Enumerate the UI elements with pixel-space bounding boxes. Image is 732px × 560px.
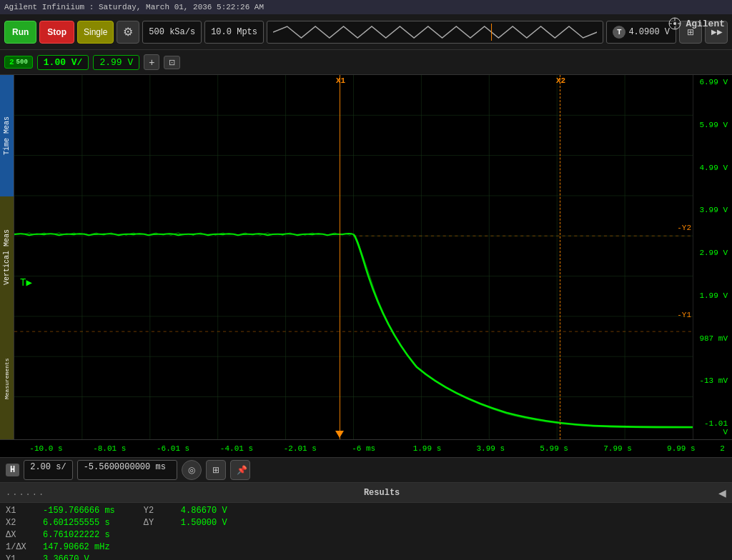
volt-label-1: 5.99 V [695,121,731,129]
result-y1-value: 3.36670 V [43,554,89,560]
scope-area: Time Meas Vertical Meas Measurements [0,75,732,439]
time-label-8: 5.99 s [523,444,586,453]
time-label-3: -4.01 s [205,444,269,453]
x2-label: X2 [556,76,565,85]
memory-depth-display: 10.0 Mpts [204,21,264,44]
x1-marker [335,431,344,438]
result-y2-label: Y2 [144,506,172,516]
results-right-col: Y2 4.86670 V ΔY 1.50000 V [144,506,227,560]
trigger-display: T 4.0900 V [606,21,676,44]
time-per-div-display[interactable]: 2.00 s/ [24,460,72,480]
knob-button[interactable]: ◎ [182,460,202,480]
result-x1-label: X1 [6,506,34,516]
results-collapse-button[interactable]: ◀ [718,487,726,499]
result-y2: Y2 4.86670 V [144,506,227,516]
sample-rate-display: 500 kSa/s [142,21,202,44]
time-label-5: -6 ms [332,444,395,453]
channel-icon-button[interactable]: ⊡ [164,56,180,69]
result-y1: Y1 3.36670 V [6,554,115,560]
volt-label-8: -1.01 V [695,419,731,436]
volt-label-7: -13 mV [695,376,731,385]
results-left-col: X1 -159.766666 ms X2 6.601255555 s ΔX 6.… [6,506,115,560]
auto-button[interactable]: ⚙ [117,21,139,44]
result-x1-value: -159.766666 ms [43,506,115,516]
result-dx-label: ΔX [6,530,34,540]
result-x2: X2 6.601255555 s [6,518,115,528]
svg-point-2 [673,22,676,25]
stop-button[interactable]: Stop [39,21,74,44]
bottom-controls: H 2.00 s/ -5.5600000000 ms ◎ ⊞ 📌 [0,457,732,483]
title-text: Agilent Infiniium : Saturday, March 01, … [4,3,264,11]
time-label-0: -10.0 s [14,444,78,453]
volt-label-6: 987 mV [695,334,731,343]
time-label-6: 1.99 s [395,444,459,453]
result-1dx-label: 1/ΔX [6,542,34,552]
time-label-1: -8.01 s [78,444,142,453]
channel-offset-display[interactable]: 2.99 V [93,55,139,70]
y1-cursor-label: -Y1 [677,311,691,319]
mini-waveform-display [267,21,603,44]
result-dy-label: ΔY [144,518,172,528]
grid-button[interactable]: ⊞ [206,460,226,480]
vertical-meas-tab[interactable]: Vertical Meas [0,196,14,318]
results-panel: ...... Results ◀ X1 -159.766666 ms X2 6.… [0,483,732,560]
time-label-4: -2.01 s [268,444,332,453]
results-header: ...... Results ◀ [0,483,732,503]
x1-label: X1 [336,76,345,85]
time-label-2: -6.01 s [142,444,205,453]
results-title: Results [364,488,400,498]
result-dx: ΔX 6.761022222 s [6,530,115,540]
toolbar: Run Stop Single ⚙ 500 kSa/s 10.0 Mpts T … [0,14,732,50]
channel-badge[interactable]: 2 500 [4,56,33,69]
measurements-tab[interactable]: Measurements [0,318,14,439]
volt-label-4: 2.99 V [695,249,731,257]
x2-cursor[interactable] [560,75,560,439]
result-x2-label: X2 [6,518,34,528]
time-label-9: 7.99 s [586,444,650,453]
time-label-10: 9.99 s [649,444,713,453]
right-voltage-panel: 6.99 V 5.99 V 4.99 V 3.99 V 2.99 V 1.99 … [693,75,732,439]
volt-label-5: 1.99 V [695,291,731,300]
time-axis: -10.0 s -8.01 s -6.01 s -4.01 s -2.01 s … [0,439,732,457]
result-x1: X1 -159.766666 ms [6,506,115,516]
result-x2-value: 6.601255555 s [43,518,110,528]
time-offset-display[interactable]: -5.5600000000 ms [77,460,177,480]
result-1dx-value: 147.90662 mHz [43,542,110,552]
scope-canvas[interactable]: X1 X2 -Y2 -Y1 T▶ [14,75,693,439]
add-channel-button[interactable]: + [144,54,159,70]
result-1dx: 1/ΔX 147.90662 mHz [6,542,115,552]
trigger-T-badge: T [613,26,625,39]
pin-button[interactable]: 📌 [230,460,250,480]
volt-label-2: 4.99 V [695,164,731,172]
results-dots: ...... [6,488,45,498]
trigger-marker: T▶ [20,276,32,289]
volt-label-0: 6.99 V [695,78,731,86]
volts-per-div-display[interactable]: 1.00 V/ [37,55,89,70]
volt-label-3: 3.99 V [695,206,731,214]
x1-cursor[interactable] [340,75,340,439]
time-meas-tab[interactable]: Time Meas [0,75,14,196]
left-panel: Time Meas Vertical Meas Measurements [0,75,14,439]
result-y1-label: Y1 [6,554,34,560]
waveform [14,75,693,439]
single-button[interactable]: Single [77,21,114,44]
results-body: X1 -159.766666 ms X2 6.601255555 s ΔX 6.… [0,503,732,560]
agilent-logo: Agilent [668,17,725,30]
title-bar: Agilent Infiniium : Saturday, March 01, … [0,0,732,14]
result-dy: ΔY 1.50000 V [144,518,227,528]
result-y2-value: 4.86670 V [181,506,227,516]
run-button[interactable]: Run [4,21,36,44]
time-label-11: 2 [713,444,732,453]
time-label-7: 3.99 s [459,444,523,453]
result-dy-value: 1.50000 V [181,518,227,528]
result-dx-value: 6.761022222 s [43,530,110,540]
y2-cursor-label: -Y2 [677,224,691,232]
channel-bar: 2 500 1.00 V/ 2.99 V + ⊡ [0,50,732,75]
h-badge: H [6,464,19,476]
